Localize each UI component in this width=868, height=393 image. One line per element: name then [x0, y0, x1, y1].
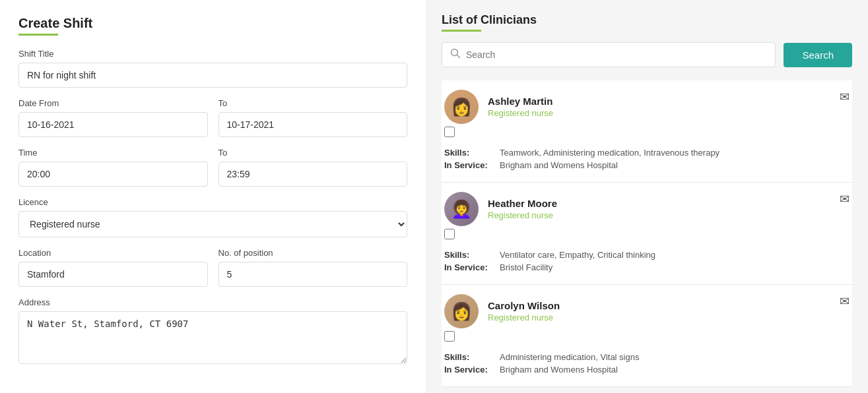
shift-title-group: Shift Title [18, 49, 407, 88]
date-from-input[interactable] [18, 112, 208, 137]
clinician-card: 👩 Ashley Martin Registered nurse ✉ Skill… [442, 80, 852, 183]
skills-row: Skills: Administering medication, Vital … [444, 352, 850, 362]
time-row: Time To [18, 148, 407, 197]
time-to-group: To [218, 148, 408, 187]
clinician-info: Ashley Martin Registered nurse [488, 96, 553, 118]
licence-group: Licence Registered nurse [18, 197, 407, 237]
clinician-name: Heather Moore [488, 198, 557, 209]
position-label: No. of position [218, 248, 408, 258]
search-button[interactable]: Search [784, 43, 852, 67]
date-from-group: Date From [18, 98, 208, 137]
clinician-role: Registered nurse [488, 313, 560, 322]
date-row: Date From To [18, 98, 407, 148]
service-label: In Service: [444, 262, 497, 272]
mail-icon[interactable]: ✉ [840, 192, 850, 206]
clinicians-panel: List of Clinicians Search 👩 Ashley Marti… [426, 0, 868, 393]
location-label: Location [18, 248, 208, 258]
licence-select[interactable]: Registered nurse [18, 211, 407, 237]
list-title-underline [442, 30, 481, 32]
clinician-checkbox-row [442, 328, 852, 347]
search-input-wrap [442, 42, 776, 67]
avatar: 👩‍🦱 [444, 192, 479, 226]
clinician-card: 👩 Carolyn Wilson Registered nurse ✉ Skil… [442, 285, 852, 387]
position-input[interactable] [218, 262, 408, 287]
address-textarea[interactable]: N Water St, Stamford, CT 6907 [18, 311, 407, 364]
location-row: Location No. of position [18, 248, 407, 297]
time-to-label: To [218, 148, 408, 158]
search-icon [450, 48, 461, 61]
clinician-checkbox[interactable] [444, 331, 455, 342]
clinician-left: 👩‍🦱 Heather Moore Registered nurse [444, 192, 557, 226]
skills-value: Teamwork, Administering medication, Intr… [500, 148, 719, 158]
date-to-group: To [218, 98, 408, 137]
clinician-checkbox-row [442, 226, 852, 245]
date-from-label: Date From [18, 98, 208, 108]
skills-row: Skills: Ventilator care, Empathy, Critic… [444, 250, 850, 260]
service-row: In Service: Brigham and Womens Hospital [444, 160, 850, 170]
clinician-role: Registered nurse [488, 108, 553, 118]
clinician-list: 👩 Ashley Martin Registered nurse ✉ Skill… [442, 80, 852, 387]
date-to-label: To [218, 98, 408, 108]
clinician-checkbox[interactable] [444, 229, 455, 239]
location-group: Location [18, 248, 208, 287]
clinician-header: 👩‍🦱 Heather Moore Registered nurse ✉ [442, 192, 852, 226]
location-input[interactable] [18, 262, 208, 287]
licence-label: Licence [18, 197, 407, 207]
skills-row: Skills: Teamwork, Administering medicati… [444, 148, 850, 158]
skills-label: Skills: [444, 352, 497, 362]
mail-icon[interactable]: ✉ [840, 294, 850, 309]
service-value: Brigham and Womens Hospital [500, 365, 618, 375]
svg-line-1 [457, 55, 460, 58]
list-title: List of Clinicians [442, 13, 852, 27]
address-label: Address [18, 297, 407, 307]
clinician-role: Registered nurse [488, 210, 557, 220]
address-group: Address N Water St, Stamford, CT 6907 [18, 297, 407, 367]
clinician-card: 👩‍🦱 Heather Moore Registered nurse ✉ Ski… [442, 183, 852, 285]
time-to-input[interactable] [218, 162, 408, 187]
shift-title-input[interactable] [18, 63, 407, 88]
avatar: 👩 [444, 90, 479, 124]
service-label: In Service: [444, 365, 497, 375]
date-to-input[interactable] [218, 112, 408, 137]
search-bar: Search [442, 42, 852, 67]
mail-icon[interactable]: ✉ [840, 90, 850, 104]
skills-label: Skills: [444, 250, 497, 260]
time-from-input[interactable] [18, 162, 208, 187]
page-title: Create Shift [18, 16, 407, 31]
clinician-left: 👩 Ashley Martin Registered nurse [444, 90, 553, 124]
clinician-checkbox[interactable] [444, 127, 455, 137]
skills-label: Skills: [444, 148, 497, 158]
clinician-name: Ashley Martin [488, 96, 553, 107]
search-input[interactable] [466, 43, 767, 67]
avatar: 👩 [444, 294, 479, 328]
shift-title-label: Shift Title [18, 49, 407, 59]
clinician-left: 👩 Carolyn Wilson Registered nurse [444, 294, 560, 328]
create-shift-panel: Create Shift Shift Title Date From To Ti… [0, 0, 426, 393]
title-underline [18, 34, 58, 36]
clinician-details: Skills: Administering medication, Vital … [442, 347, 852, 375]
clinician-checkbox-row [442, 124, 852, 142]
avatar-emoji: 👩‍🦱 [451, 199, 472, 220]
avatar-emoji: 👩 [451, 97, 472, 117]
position-group: No. of position [218, 248, 408, 287]
clinician-info: Carolyn Wilson Registered nurse [488, 300, 560, 322]
clinician-info: Heather Moore Registered nurse [488, 198, 557, 220]
time-from-label: Time [18, 148, 208, 158]
service-value: Brigham and Womens Hospital [500, 160, 618, 170]
service-row: In Service: Bristol Facility [444, 262, 850, 272]
clinician-details: Skills: Teamwork, Administering medicati… [442, 142, 852, 170]
service-label: In Service: [444, 160, 497, 170]
clinician-header: 👩 Carolyn Wilson Registered nurse ✉ [442, 294, 852, 328]
avatar-emoji: 👩 [451, 301, 472, 322]
time-from-group: Time [18, 148, 208, 187]
service-value: Bristol Facility [500, 262, 552, 272]
service-row: In Service: Brigham and Womens Hospital [444, 365, 850, 375]
clinician-details: Skills: Ventilator care, Empathy, Critic… [442, 245, 852, 272]
clinician-header: 👩 Ashley Martin Registered nurse ✉ [442, 90, 852, 124]
clinician-name: Carolyn Wilson [488, 300, 560, 311]
skills-value: Ventilator care, Empathy, Critical think… [500, 250, 655, 260]
skills-value: Administering medication, Vital signs [500, 352, 639, 362]
